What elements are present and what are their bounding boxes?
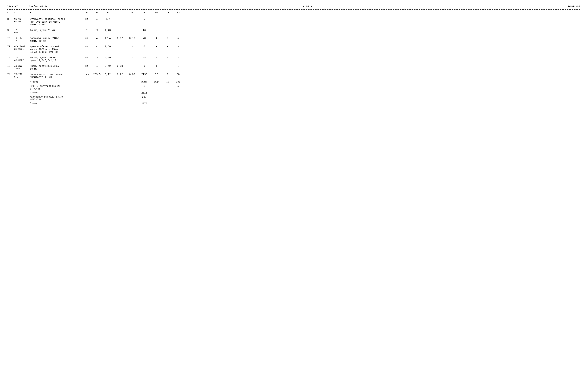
row-ref: -"-п98: [14, 29, 30, 34]
subtotal-col11: I7: [162, 80, 173, 84]
row-id: 9: [7, 29, 14, 32]
row-ref: п/к23-07пI-OO2I: [14, 45, 30, 50]
row-col12: -: [173, 18, 184, 21]
header-left: 294-2-71 Альбом УП.84: [7, 5, 48, 8]
subtotal-label: Итого:: [30, 80, 82, 84]
table-row: 9 -"-п98 То же, диам.20 мм " II I,43 - -…: [7, 28, 580, 35]
row-unit: экм: [82, 73, 92, 76]
row-col10: I: [150, 64, 162, 68]
row-col7: 0,97: [114, 37, 126, 40]
row-col6: 0,49: [102, 64, 114, 68]
row-col8: -: [126, 64, 138, 68]
row-col7: -: [114, 29, 126, 32]
row-col11: -: [162, 29, 173, 32]
subtotal-col10: [150, 102, 162, 105]
top-dashed-line: [7, 9, 580, 10]
row-col12: -: [173, 29, 184, 32]
row-col8: 0,03: [126, 73, 138, 76]
row-col10: -: [150, 29, 162, 32]
row-ref: I8-229I5-5: [14, 64, 30, 70]
row-col7: -: [114, 45, 126, 48]
subtotal-row: Итого: 20II: [7, 91, 580, 94]
row-col8: -: [126, 56, 138, 59]
subtotal-col12: 226: [173, 80, 184, 84]
subtotal-col10: -: [150, 85, 162, 90]
row-col5: II: [92, 29, 102, 32]
row-unit: ": [82, 29, 92, 32]
row-col9: 6: [138, 45, 150, 48]
row-id: II: [7, 45, 14, 48]
subtotal-col9: 2278: [138, 102, 150, 105]
table-row: I4 I8-II65-2 Конвекторы отопительные"Ком…: [7, 72, 580, 79]
table-row: I2 -"-пI-0022 То же, диам. 20 ммЦена: 2,…: [7, 56, 580, 62]
row-col8: -: [126, 18, 138, 21]
row-ref: I6-II7I2-I: [14, 37, 30, 42]
row-id: I3: [7, 64, 14, 68]
subtotal-label: Итого:: [30, 102, 82, 105]
row-col11: -: [162, 45, 173, 48]
row-col7: -: [114, 18, 126, 21]
row-ref: -"-пI-0022: [14, 56, 30, 62]
subtotal-col10: -: [150, 96, 162, 101]
row-unit: шт: [82, 56, 92, 59]
col-header-9: 9: [138, 11, 150, 14]
table-row: IO I6-II7I2-I Задвижки марки 3Ч4брдиам. …: [7, 36, 580, 43]
row-col8: -: [126, 45, 138, 48]
row-col6: 5,I2: [102, 73, 114, 76]
row-ref: I8-II65-2: [14, 73, 30, 78]
row-desc: Кран пробно-спускноймарки IOБ8бк д-I5ммЦ…: [30, 45, 82, 54]
row-unit: шт: [82, 18, 92, 21]
row-desc: Краны воздушные диам.I5 мм: [30, 64, 82, 70]
col-header-7: 7: [114, 11, 126, 14]
subtotal-col9: 5: [138, 85, 150, 90]
row-col7: 0,08: [114, 64, 126, 68]
subtotal-col11: [162, 102, 173, 105]
row-col5: 4: [92, 45, 102, 48]
subtotal-col9: 2006: [138, 80, 150, 84]
col-header-11: II: [162, 11, 173, 14]
col-header-5: 5: [92, 11, 102, 14]
row-col9: 70: [138, 37, 150, 40]
album-name: Альбом УП.84: [29, 5, 48, 8]
subtotal-col9: 20II: [138, 91, 150, 94]
subtotal-label: Накладные расходы I3,3%НУЧП-63%: [30, 96, 82, 101]
subtotal-col11: -: [162, 85, 173, 90]
col-header-6: 6: [102, 11, 114, 14]
row-col10: -: [150, 18, 162, 21]
row-col12: 58: [173, 73, 184, 76]
row-col11: -: [162, 18, 173, 21]
row-col10: 5I: [150, 73, 162, 76]
row-ref: ССРСЦчIп97: [14, 18, 30, 23]
subtotal-col12: -: [173, 96, 184, 101]
subtotal-col12: [173, 102, 184, 105]
col-header-2: 2: [14, 11, 30, 14]
row-col9: II96: [138, 73, 150, 76]
row-col12: 5: [173, 37, 184, 40]
row-col6: 2,20: [102, 56, 114, 59]
row-col9: 5: [138, 18, 150, 21]
row-col9: 6: [138, 64, 150, 68]
row-col12: I: [173, 64, 184, 68]
row-col5: II: [92, 56, 102, 59]
row-col8: 0,I3: [126, 37, 138, 40]
subtotal-col9: 267: [138, 96, 150, 101]
data-table: 8 ССРСЦчIп97 Стоимость вентилей запор-ны…: [7, 15, 580, 105]
row-col12: -: [173, 45, 184, 48]
subtotal-col10: [150, 91, 162, 94]
subtotal-label: Пуск и регулировка 2%от НУЧП: [30, 85, 82, 90]
row-unit: шт: [82, 45, 92, 48]
row-col10: 4: [150, 37, 162, 40]
row-col6: I,60: [102, 45, 114, 48]
subtotal-row: Пуск и регулировка 2%от НУЧП 5 - - 5: [7, 84, 580, 90]
row-id: I4: [7, 73, 14, 76]
row-col12: -: [173, 56, 184, 59]
col-header-12: I2: [173, 11, 184, 14]
row-col8: -: [126, 29, 138, 32]
row-desc: То же, диам. 20 ммЦена: 2,0хI,I=2,20: [30, 56, 82, 62]
col-header-8: 8: [126, 11, 138, 14]
row-col5: 233,5: [92, 73, 102, 76]
row-col7: -: [114, 56, 126, 59]
row-col10: -: [150, 56, 162, 59]
row-desc: То же, диам.20 мм: [30, 29, 82, 32]
row-col11: I: [162, 37, 173, 40]
